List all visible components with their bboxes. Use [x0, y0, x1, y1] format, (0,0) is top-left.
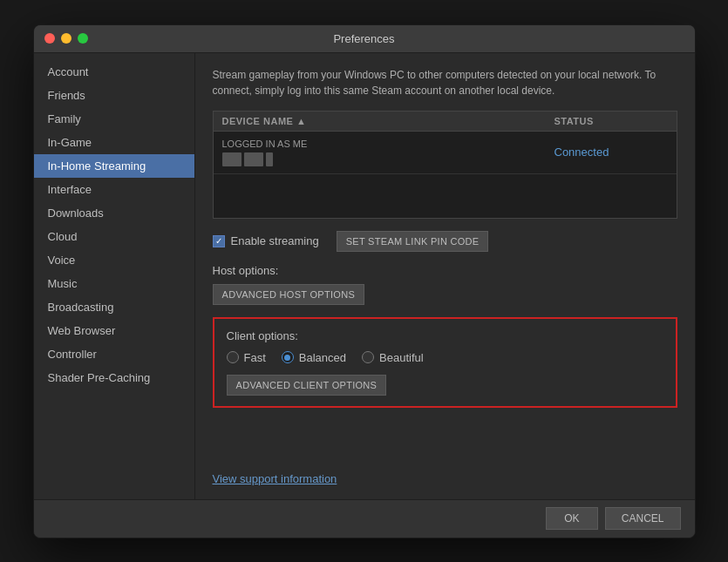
sidebar-item-broadcasting[interactable]: Broadcasting	[34, 295, 194, 319]
sidebar: AccountFriendsFamilyIn-GameIn-Home Strea…	[34, 53, 195, 499]
enable-streaming-checkbox-label[interactable]: ✓ Enable streaming	[213, 234, 319, 247]
minimize-button[interactable]	[61, 33, 71, 44]
traffic-lights	[44, 33, 88, 44]
device-table: DEVICE NAME ▲ STATUS LOGGED IN AS ME Con…	[213, 111, 677, 219]
enable-streaming-label: Enable streaming	[231, 234, 319, 247]
beautiful-radio-button[interactable]	[362, 351, 374, 363]
sidebar-item-family[interactable]: Family	[34, 107, 194, 131]
sidebar-item-friends[interactable]: Friends	[34, 84, 194, 107]
device-pixel-1	[222, 152, 242, 166]
status-text: Connected	[555, 146, 609, 159]
status-header: STATUS	[555, 116, 668, 126]
sidebar-item-music[interactable]: Music	[34, 272, 194, 295]
table-row: LOGGED IN AS ME Connected	[214, 132, 677, 174]
sidebar-item-voice[interactable]: Voice	[34, 248, 194, 272]
description-text: Stream gameplay from your Windows PC to …	[213, 67, 677, 98]
device-name-header: DEVICE NAME ▲	[222, 116, 555, 126]
fast-radio-label[interactable]: Fast	[227, 351, 266, 364]
device-image	[222, 152, 555, 166]
table-empty-row	[214, 174, 677, 218]
radio-selected-indicator	[284, 355, 290, 361]
device-label: LOGGED IN AS ME	[222, 139, 555, 149]
maximize-button[interactable]	[78, 33, 88, 44]
content-area: Stream gameplay from your Windows PC to …	[195, 53, 695, 499]
set-steam-link-pin-button[interactable]: SET STEAM LINK PIN CODE	[337, 231, 489, 252]
balanced-radio-label[interactable]: Balanced	[282, 351, 346, 364]
client-options-box: Client options: Fast Balanced	[213, 317, 677, 408]
sidebar-item-in-game[interactable]: In-Game	[34, 131, 194, 154]
sidebar-item-account[interactable]: Account	[34, 60, 194, 84]
window-body: AccountFriendsFamilyIn-GameIn-Home Strea…	[34, 53, 695, 499]
enable-row: ✓ Enable streaming SET STEAM LINK PIN CO…	[213, 231, 677, 252]
sidebar-item-in-home-streaming[interactable]: In-Home Streaming	[34, 154, 194, 178]
preferences-window: Preferences AccountFriendsFamilyIn-GameI…	[33, 24, 696, 538]
sidebar-item-web-browser[interactable]: Web Browser	[34, 319, 194, 342]
beautiful-radio-label-text: Beautiful	[379, 351, 424, 364]
device-pixel-3	[266, 152, 273, 166]
sidebar-item-controller[interactable]: Controller	[34, 342, 194, 366]
host-options-section: Host options: ADVANCED HOST OPTIONS	[213, 264, 677, 317]
cancel-button[interactable]: CANCEL	[605, 507, 681, 530]
checkmark-icon: ✓	[215, 237, 222, 246]
device-info: LOGGED IN AS ME	[222, 139, 555, 166]
support-link[interactable]: View support information	[213, 464, 677, 485]
sidebar-item-shader-pre-caching[interactable]: Shader Pre-Caching	[34, 366, 194, 389]
sidebar-item-interface[interactable]: Interface	[34, 178, 194, 201]
close-button[interactable]	[44, 33, 55, 44]
advanced-client-options-button[interactable]: ADVANCED CLIENT OPTIONS	[227, 375, 387, 396]
balanced-radio-label-text: Balanced	[299, 351, 346, 364]
beautiful-radio-label[interactable]: Beautiful	[362, 351, 424, 364]
enable-streaming-checkbox[interactable]: ✓	[213, 235, 225, 247]
fast-radio-button[interactable]	[227, 351, 239, 363]
ok-button[interactable]: OK	[546, 507, 598, 530]
radio-group: Fast Balanced Beautiful	[227, 351, 663, 364]
table-header: DEVICE NAME ▲ STATUS	[214, 112, 677, 132]
host-options-label: Host options:	[213, 264, 677, 277]
titlebar: Preferences	[34, 25, 695, 53]
sidebar-item-cloud[interactable]: Cloud	[34, 225, 194, 248]
footer: OK CANCEL	[34, 499, 695, 538]
device-pixel-2	[244, 152, 263, 166]
balanced-radio-button[interactable]	[282, 351, 294, 363]
client-options-label: Client options:	[227, 329, 663, 342]
sidebar-item-downloads[interactable]: Downloads	[34, 201, 194, 225]
window-title: Preferences	[333, 32, 394, 45]
device-status: Connected	[555, 139, 668, 166]
fast-radio-label-text: Fast	[244, 351, 266, 364]
advanced-host-options-button[interactable]: ADVANCED HOST OPTIONS	[213, 284, 365, 305]
